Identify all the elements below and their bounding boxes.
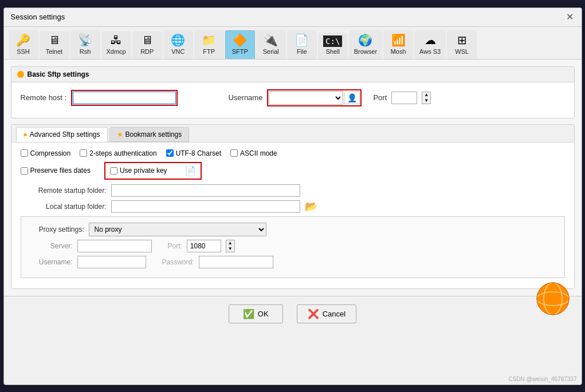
cancel-label: Cancel <box>323 310 345 318</box>
globe-svg <box>536 282 570 316</box>
preserve-dates-checkbox-item[interactable]: Preserve files dates <box>21 167 91 175</box>
advanced-tab-label: Advanced Sftp settings <box>30 130 100 138</box>
file-label: File <box>297 48 307 55</box>
proxy-server-input[interactable] <box>77 240 152 252</box>
footer: ✅ OK ❌ Cancel <box>4 296 582 331</box>
proto-tab-rsh[interactable]: 📡 Rsh <box>70 30 100 59</box>
proto-tab-rdp[interactable]: 🖥 RDP <box>132 31 162 59</box>
port-up-arrow[interactable]: ▲ <box>422 92 430 98</box>
preserve-dates-checkbox[interactable] <box>21 167 28 175</box>
proxy-port-spinner[interactable]: ▲ ▼ <box>226 240 235 252</box>
proto-tab-file[interactable]: 📄 File <box>287 30 317 59</box>
basic-sftp-header: Basic Sftp settings <box>11 67 574 82</box>
basic-sftp-panel: Basic Sftp settings Remote host : Userna… <box>11 66 575 118</box>
advanced-dot-icon: ● <box>23 130 28 138</box>
proxy-credentials-row: Username: Password: <box>27 256 559 268</box>
ftp-icon: 📁 <box>202 33 216 47</box>
proto-tab-ssh[interactable]: 🔑 SSH <box>9 30 38 59</box>
awss3-label: Aws S3 <box>419 48 441 55</box>
ascii-checkbox-item[interactable]: ASCII mode <box>230 149 277 157</box>
private-key-label: Use private key <box>120 167 167 175</box>
bookmark-tab-label: Bookmark settings <box>125 130 182 138</box>
proto-tab-browser[interactable]: 🌍 Browser <box>349 30 382 59</box>
proxy-port-up-arrow[interactable]: ▲ <box>226 240 234 246</box>
proto-tab-telnet[interactable]: 🖥 Telnet <box>40 31 69 59</box>
tab-advanced[interactable]: ● Advanced Sftp settings <box>16 127 108 142</box>
proto-tab-serial[interactable]: 🔌 Serial <box>256 30 286 59</box>
private-key-file-icon[interactable]: 📄 <box>184 165 196 176</box>
basic-sftp-title: Basic Sftp settings <box>28 70 89 78</box>
browser-label: Browser <box>354 48 377 55</box>
proto-tab-shell[interactable]: C:\ Shell <box>318 33 348 59</box>
proto-tab-vnc[interactable]: 🌐 VNC <box>163 30 193 59</box>
globe-decoration <box>536 282 570 316</box>
remote-host-row: Remote host : Username 👤 Port 22 ▲ <box>21 89 565 106</box>
proxy-server-label: Server: <box>27 242 73 250</box>
title-bar: Session settings ✕ <box>4 8 582 27</box>
tab-bookmark[interactable]: ★ Bookmark settings <box>109 127 190 142</box>
private-key-checkbox-item[interactable]: Use private key <box>110 167 167 175</box>
local-startup-row: Local startup folder: 📂 <box>21 200 565 213</box>
telnet-icon: 🖥 <box>49 34 60 47</box>
close-button[interactable]: ✕ <box>565 13 575 22</box>
session-settings-dialog: Session settings ✕ 🔑 SSH 🖥 Telnet 📡 Rsh … <box>3 7 582 385</box>
username-select[interactable] <box>269 91 343 105</box>
proxy-select[interactable]: No proxy HTTP SOCKS4 SOCKS5 <box>89 223 266 236</box>
proxy-username-input[interactable] <box>77 256 146 268</box>
sftp-icon: 🔶 <box>233 33 247 47</box>
utf8-checkbox[interactable] <box>166 149 174 157</box>
rdp-label: RDP <box>140 48 154 55</box>
compression-checkbox-item[interactable]: Compression <box>21 149 71 157</box>
username-highlight: 👤 <box>267 89 362 106</box>
proxy-password-label: Password: <box>162 258 194 266</box>
ascii-label: ASCII mode <box>240 149 277 157</box>
ssh-icon: 🔑 <box>16 33 30 47</box>
proto-tab-ftp[interactable]: 📁 FTP <box>194 30 224 59</box>
bookmark-star-icon: ★ <box>117 130 123 138</box>
proxy-port-down-arrow[interactable]: ▼ <box>226 246 234 252</box>
local-startup-input[interactable] <box>111 200 300 213</box>
settings-tab-row: ● Advanced Sftp settings ★ Bookmark sett… <box>11 125 574 142</box>
local-folder-icon[interactable]: 📂 <box>305 200 317 213</box>
proto-tab-mosh[interactable]: 📶 Mosh <box>383 30 413 59</box>
proxy-port-label: Port: <box>168 242 182 250</box>
checkbox-row-2: Preserve files dates Use private key 📄 <box>21 162 565 180</box>
proxy-password-input[interactable] <box>199 256 273 268</box>
proxy-username-label: Username: <box>27 258 73 266</box>
two-step-checkbox[interactable] <box>80 149 87 157</box>
proxy-settings-row: Proxy settings: No proxy HTTP SOCKS4 SOC… <box>27 223 559 236</box>
proxy-settings-label: Proxy settings: <box>27 225 84 233</box>
telnet-label: Telnet <box>46 48 62 55</box>
port-down-arrow[interactable]: ▼ <box>422 98 430 104</box>
port-input[interactable]: 22 <box>391 92 417 104</box>
user-icon-button[interactable]: 👤 <box>344 92 360 104</box>
proto-tab-xdmcp[interactable]: 🖧 Xdmcp <box>101 31 131 59</box>
browser-icon: 🌍 <box>358 33 372 47</box>
serial-icon: 🔌 <box>264 33 278 47</box>
protocol-row: 🔑 SSH 🖥 Telnet 📡 Rsh 🖧 Xdmcp 🖥 RDP 🌐 VNC… <box>4 27 582 60</box>
two-step-checkbox-item[interactable]: 2-steps authentication <box>80 149 156 157</box>
proxy-port-input[interactable] <box>187 240 221 252</box>
preserve-dates-label: Preserve files dates <box>30 167 91 175</box>
private-key-checkbox[interactable] <box>110 167 117 175</box>
cancel-button[interactable]: ❌ Cancel <box>297 304 356 323</box>
proxy-section: Proxy settings: No proxy HTTP SOCKS4 SOC… <box>21 216 565 278</box>
remote-host-input[interactable] <box>73 92 176 104</box>
sftp-label: SFTP <box>232 48 248 55</box>
proto-tab-sftp[interactable]: 🔶 SFTP <box>225 30 255 59</box>
awss3-icon: ☁ <box>425 33 436 47</box>
utf8-checkbox-item[interactable]: UTF-8 Charset <box>166 149 221 157</box>
port-spinner[interactable]: ▲ ▼ <box>422 92 431 104</box>
basic-sftp-body: Remote host : Username 👤 Port 22 ▲ <box>11 82 574 118</box>
ok-button[interactable]: ✅ OK <box>229 304 283 323</box>
remote-startup-input[interactable] <box>111 184 300 197</box>
proto-tab-awss3[interactable]: ☁ Aws S3 <box>414 30 446 59</box>
compression-checkbox[interactable] <box>21 149 28 157</box>
ascii-checkbox[interactable] <box>230 149 238 157</box>
xdmcp-label: Xdmcp <box>107 48 126 55</box>
shell-label: Shell <box>326 48 340 55</box>
remote-startup-label: Remote startup folder: <box>21 187 107 195</box>
rsh-icon: 📡 <box>78 33 92 47</box>
proto-tab-wsl[interactable]: ⊞ WSL <box>447 30 477 59</box>
cancel-icon: ❌ <box>308 308 319 319</box>
